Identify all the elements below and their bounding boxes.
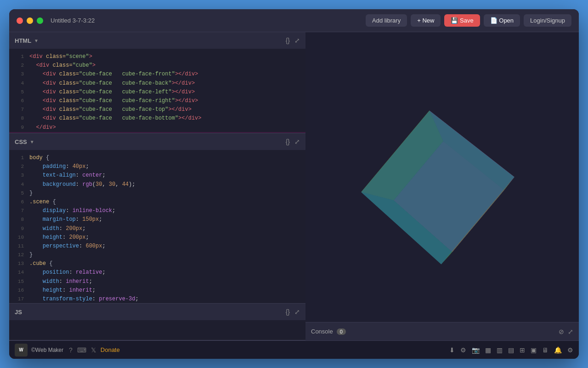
css-line-11: 11 perspective: 600px; bbox=[9, 242, 305, 251]
html-line-1: 1 <div class="scene"> bbox=[9, 52, 305, 61]
gear-icon[interactable]: ⚙ bbox=[567, 346, 573, 354]
bottom-left: W ©Web Maker ? ⌨ 𝕏 Donate bbox=[15, 344, 120, 356]
help-icon[interactable]: ? bbox=[69, 346, 73, 354]
traffic-lights bbox=[17, 17, 43, 24]
cube-3d bbox=[395, 151, 478, 221]
add-library-button[interactable]: Add library bbox=[366, 14, 407, 27]
console-badge: 0 bbox=[337, 328, 346, 335]
js-editor-section: JS {} ⤢ bbox=[9, 304, 305, 340]
html-editor-section: HTML ▼ {} ⤢ 1 <div class="scene"> 2 bbox=[9, 32, 305, 133]
html-line-10: 10 </div> bbox=[9, 132, 305, 133]
cube-scene bbox=[392, 140, 493, 242]
css-dropdown-icon[interactable]: ▼ bbox=[30, 139, 34, 144]
css-line-4: 4 background: rgb(30, 30, 44); bbox=[9, 180, 305, 189]
css-line-12: 12 } bbox=[9, 251, 305, 259]
html-line-3: 3 <div class="cube-face cube-face-front"… bbox=[9, 70, 305, 79]
bottom-icons: ? ⌨ 𝕏 Donate bbox=[69, 346, 120, 354]
camera-icon[interactable]: 📷 bbox=[472, 346, 480, 354]
window-title: Untitled 3-7-3:22 bbox=[51, 17, 366, 24]
bottom-right: ⬇ ⚙ 📷 ▦ ▥ ▤ ⊞ ▣ 🖥 🔔 ⚙ bbox=[449, 346, 573, 354]
css-line-17: 17 transform-style: preserve-3d; bbox=[9, 295, 305, 303]
editors-panel: HTML ▼ {} ⤢ 1 <div class="scene"> 2 bbox=[9, 32, 305, 340]
html-line-4: 4 <div class="cube-face cube-face-back">… bbox=[9, 79, 305, 88]
js-label: JS bbox=[15, 309, 22, 316]
layout-icon-3[interactable]: ▤ bbox=[508, 346, 514, 354]
twitter-icon[interactable]: 𝕏 bbox=[91, 346, 96, 354]
console-actions: ⊘ ⤢ bbox=[559, 328, 573, 335]
css-line-5: 5 } bbox=[9, 189, 305, 198]
copyright-text: ©Web Maker bbox=[31, 347, 63, 353]
close-button[interactable] bbox=[17, 17, 23, 24]
app-window: Untitled 3-7-3:22 Add library New 💾 Save… bbox=[9, 9, 579, 359]
donate-button[interactable]: Donate bbox=[101, 346, 120, 353]
html-dropdown-icon[interactable]: ▼ bbox=[34, 38, 39, 43]
html-label: HTML ▼ bbox=[15, 37, 39, 44]
console-label: Console 0 bbox=[311, 328, 346, 335]
layout-icon-4[interactable]: ⊞ bbox=[520, 346, 525, 354]
preview-panel: Console 0 ⊘ ⤢ bbox=[305, 32, 579, 340]
new-button[interactable]: New bbox=[411, 14, 441, 27]
open-button[interactable]: 📄 Open bbox=[484, 14, 520, 27]
js-format-button[interactable]: {} bbox=[286, 308, 290, 316]
css-line-8: 8 margin-top: 150px; bbox=[9, 215, 305, 224]
css-line-16: 16 height: inherit; bbox=[9, 286, 305, 295]
css-line-7: 7 display: inline-block; bbox=[9, 207, 305, 215]
css-editor-header: CSS ▼ {} ⤢ bbox=[9, 133, 305, 150]
html-code-area[interactable]: 1 <div class="scene"> 2 <div class="cube… bbox=[9, 49, 305, 133]
css-line-2: 2 padding: 40px; bbox=[9, 162, 305, 171]
html-line-5: 5 <div class="cube-face cube-face-left">… bbox=[9, 88, 305, 97]
css-line-3: 3 text-align: center; bbox=[9, 171, 305, 180]
titlebar: Untitled 3-7-3:22 Add library New 💾 Save… bbox=[9, 9, 579, 32]
console-bar: Console 0 ⊘ ⤢ bbox=[305, 322, 579, 340]
css-line-1: 1 body { bbox=[9, 154, 305, 162]
settings-icon[interactable]: ⚙ bbox=[460, 346, 466, 354]
html-line-9: 9 </div> bbox=[9, 123, 305, 132]
css-editor-actions: {} ⤢ bbox=[286, 138, 300, 145]
css-line-10: 10 height: 200px; bbox=[9, 233, 305, 242]
main-content: HTML ▼ {} ⤢ 1 <div class="scene"> 2 bbox=[9, 32, 579, 340]
keyboard-icon[interactable]: ⌨ bbox=[77, 346, 86, 354]
js-expand-button[interactable]: ⤢ bbox=[294, 308, 300, 316]
css-label: CSS ▼ bbox=[15, 138, 34, 145]
console-expand-button[interactable]: ⤢ bbox=[568, 328, 573, 335]
cube-face-top bbox=[361, 110, 514, 264]
css-line-14: 14 position: relative; bbox=[9, 268, 305, 277]
html-format-button[interactable]: {} bbox=[286, 37, 290, 44]
html-editor-actions: {} ⤢ bbox=[286, 37, 300, 44]
bell-icon[interactable]: 🔔 bbox=[554, 346, 562, 354]
toolbar: Add library New 💾 Save 📄 Open Login/Sign… bbox=[366, 14, 571, 27]
logo-icon: W bbox=[15, 344, 28, 356]
html-editor-header: HTML ▼ {} ⤢ bbox=[9, 32, 305, 49]
html-line-7: 7 <div class="cube-face cube-face-top"><… bbox=[9, 105, 305, 114]
js-editor-header: JS {} ⤢ bbox=[9, 304, 305, 320]
css-line-9: 9 width: 200px; bbox=[9, 224, 305, 233]
layout-icon-5[interactable]: ▣ bbox=[531, 346, 537, 354]
css-editor-section: CSS ▼ {} ⤢ 1 body { 2 paddin bbox=[9, 133, 305, 304]
css-line-15: 15 width: inherit; bbox=[9, 277, 305, 286]
html-expand-button[interactable]: ⤢ bbox=[294, 37, 300, 44]
css-expand-button[interactable]: ⤢ bbox=[294, 138, 300, 145]
maximize-button[interactable] bbox=[37, 17, 43, 24]
brand-logo: W ©Web Maker bbox=[15, 344, 63, 356]
css-line-13: 13 .cube { bbox=[9, 259, 305, 268]
js-editor-actions: {} ⤢ bbox=[286, 308, 300, 316]
css-code-area[interactable]: 1 body { 2 padding: 40px; 3 text-align: … bbox=[9, 150, 305, 303]
console-clear-button[interactable]: ⊘ bbox=[559, 328, 564, 335]
minimize-button[interactable] bbox=[27, 17, 33, 24]
layout-icon-2[interactable]: ▥ bbox=[497, 346, 503, 354]
layout-icon-1[interactable]: ▦ bbox=[485, 346, 491, 354]
html-line-6: 6 <div class="cube-face cube-face-right"… bbox=[9, 97, 305, 105]
html-line-2: 2 <div class="cube"> bbox=[9, 61, 305, 70]
login-button[interactable]: Login/Signup bbox=[524, 14, 571, 27]
monitor-icon[interactable]: 🖥 bbox=[542, 346, 548, 354]
download-icon[interactable]: ⬇ bbox=[449, 346, 455, 354]
css-line-6: 6 .scene { bbox=[9, 198, 305, 207]
preview-area bbox=[305, 32, 579, 322]
css-format-button[interactable]: {} bbox=[286, 138, 290, 145]
bottom-bar: W ©Web Maker ? ⌨ 𝕏 Donate ⬇ ⚙ 📷 ▦ ▥ ▤ ⊞ … bbox=[9, 340, 579, 359]
html-line-8: 8 <div class="cube-face cube-face-bottom… bbox=[9, 114, 305, 123]
save-button[interactable]: 💾 Save bbox=[444, 14, 480, 27]
